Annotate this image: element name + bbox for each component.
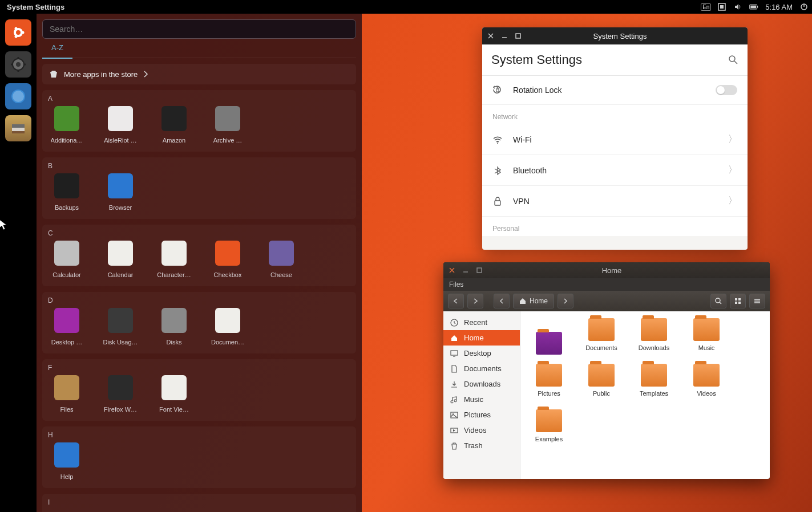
app-launcher-item[interactable]: Calendar [102,241,139,278]
app-launcher-item[interactable]: Disks [155,308,193,346]
bluetooth-icon [492,165,503,176]
back-button[interactable] [448,294,464,308]
sidebar-item-documents[interactable]: Documents [443,361,520,376]
forward-button[interactable] [467,294,483,308]
chevron-right-icon: 〉 [728,195,737,207]
app-launcher-item[interactable]: Files [48,375,86,413]
path-prev-button[interactable] [494,294,510,308]
minimize-icon[interactable] [463,267,468,273]
folder-item[interactable]: Downloads [636,318,672,351]
folder-item[interactable]: Videos [688,364,725,397]
app-launcher-item[interactable]: Desktop … [48,308,86,346]
launcher-browser-icon[interactable] [5,83,31,109]
view-mode-button[interactable] [730,294,746,308]
app-launcher-item[interactable]: Documen… [209,308,247,346]
app-icon [108,106,133,131]
sidebar-item-label: Trash [464,441,483,450]
tab-az[interactable]: A-Z [42,40,72,59]
sidebar-item-trash[interactable]: Trash [443,438,520,453]
close-icon[interactable] [449,267,455,273]
app-name: Files [60,406,73,413]
maximize-icon[interactable] [515,33,521,39]
dash-group-f: FFilesFirefox W…Font Vie… [42,359,356,421]
folder-item[interactable]: Documents [583,318,620,351]
sidebar-item-pictures[interactable]: Pictures [443,407,520,422]
search-button[interactable] [710,294,726,308]
folder-item[interactable]: Templates [636,364,672,397]
app-launcher-item[interactable]: Character… [155,241,193,278]
search-input[interactable] [42,19,356,39]
app-launcher-item[interactable]: Backups [48,173,86,211]
svg-rect-25 [516,34,520,38]
folder-icon [536,364,562,387]
vpn-row[interactable]: VPN 〉 [482,186,748,217]
power-icon[interactable] [799,2,809,11]
rotation-lock-toggle[interactable] [716,85,737,95]
search-icon[interactable] [728,55,738,65]
app-launcher-item[interactable]: Firefox W… [102,375,139,413]
sidebar-item-downloads[interactable]: Downloads [443,376,520,392]
lock-icon [492,196,503,206]
launcher-files-icon[interactable] [5,115,31,141]
dash-group-c: CCalculatorCalendarCharacter…CheckboxChe… [42,225,356,286]
more-apps-store-link[interactable]: More apps in the store [42,64,356,84]
app-launcher-item[interactable]: Checkbox [209,241,247,278]
folder-item[interactable]: Public [583,364,620,397]
close-icon[interactable] [488,33,494,39]
keyboard-layout-indicator[interactable]: En [701,2,710,11]
app-launcher-item[interactable]: Archive … [209,106,247,144]
sidebar-item-label: Recent [464,318,487,327]
settings-titlebar[interactable]: System Settings [482,27,748,44]
launcher-home-icon[interactable] [5,19,31,46]
folder-icon [641,364,667,387]
svg-line-27 [734,61,737,64]
store-icon [49,70,58,79]
app-launcher-item[interactable]: Cheese [262,241,300,278]
app-icon [54,173,79,198]
files-sidebar: RecentHomeDesktopDocumentsDownloadsMusic… [443,311,520,479]
maximize-icon[interactable] [476,267,482,273]
chevron-right-icon [143,71,149,78]
svg-rect-43 [451,351,458,355]
battery-icon[interactable] [749,2,758,11]
breadcrumb-home[interactable]: Home [513,294,554,308]
sidebar-item-home[interactable]: Home [443,330,520,346]
files-titlebar[interactable]: Home [443,262,770,278]
files-menubar[interactable]: Files [443,278,770,291]
app-launcher-item[interactable]: Font Vie… [155,375,193,413]
app-launcher-item[interactable]: Amazon [155,106,193,144]
app-launcher-item[interactable]: AisleRiot … [102,106,139,144]
svg-rect-36 [738,298,741,300]
folder-name: Documents [585,344,617,351]
wifi-row[interactable]: Wi-Fi 〉 [482,124,748,155]
folder-item[interactable]: Desktop [531,318,567,351]
bluetooth-row[interactable]: Bluetooth 〉 [482,155,748,186]
app-launcher-item[interactable]: Disk Usag… [102,308,139,346]
folder-item[interactable]: Pictures [531,364,567,397]
sidebar-item-desktop[interactable]: Desktop [443,346,520,361]
app-launcher-item[interactable]: Browser [102,173,139,211]
minimize-icon[interactable] [502,33,507,39]
launcher-settings-icon[interactable] [5,51,31,78]
top-panel-clock[interactable]: 5:16 AM [765,3,793,11]
path-next-button[interactable] [558,294,573,308]
sidebar-item-videos[interactable]: Videos [443,422,520,438]
rotation-lock-row[interactable]: Rotation Lock [482,76,748,105]
app-launcher-item[interactable]: Additiona… [48,106,86,144]
desktop-icon [450,350,458,357]
folder-name: Music [698,344,715,351]
svg-rect-1 [720,5,724,9]
folder-icon [536,332,562,355]
tray-square-icon[interactable] [717,2,726,11]
menu-button[interactable] [749,294,765,308]
sidebar-item-recent[interactable]: Recent [443,315,520,330]
sidebar-item-music[interactable]: Music [443,392,520,407]
app-icon [161,241,187,266]
volume-icon[interactable] [733,2,742,11]
app-launcher-item[interactable]: Help [48,442,86,480]
app-name: Archive … [213,137,243,144]
app-launcher-item[interactable]: Calculator [48,241,86,278]
svg-rect-37 [735,302,737,304]
folder-item[interactable]: Music [688,318,725,351]
folder-item[interactable]: Examples [531,409,567,442]
